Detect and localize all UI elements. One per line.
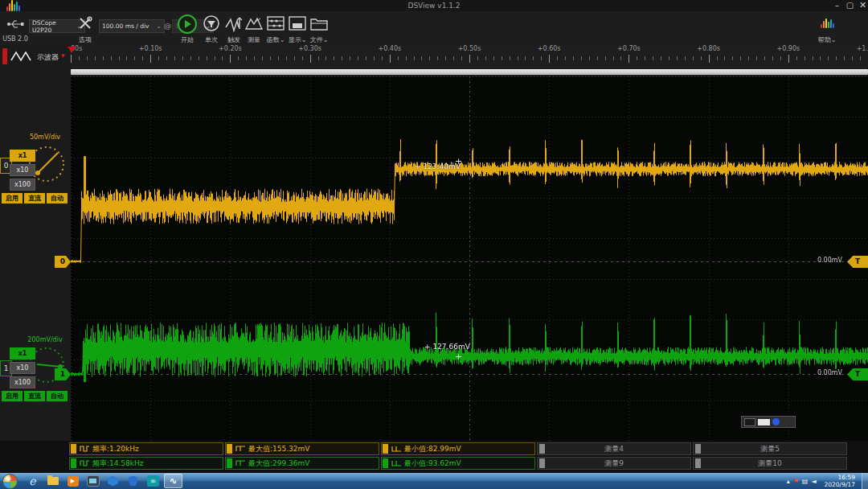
measure-slot-empty-10[interactable]: 测量10 — [693, 457, 847, 470]
max-wave-icon — [235, 459, 246, 467]
display-label: 显示⌄ — [285, 35, 309, 44]
show-desktop-button[interactable] — [862, 473, 868, 489]
title-bar: DSView v1.1.2 – ▢ ✕ — [0, 0, 868, 11]
abacus-icon — [266, 26, 285, 34]
measure-slot-max-ch0[interactable]: 最大值:155.32mV — [225, 442, 379, 455]
taskbar-computer-icon[interactable] — [84, 474, 102, 488]
ch1-coupling-button[interactable]: 直流 — [24, 391, 45, 401]
measurement-bar: 频率:1.20kHz 最大值:155.32mV 最小值:82.99mV 测量4 … — [0, 441, 868, 473]
measure-slot-min-ch0[interactable]: 最小值:82.99mV — [381, 442, 535, 455]
ch1-cursor-cross: + — [455, 351, 462, 362]
slot-chip — [539, 458, 545, 468]
restore-button[interactable]: ▢ — [844, 0, 856, 10]
ch0-value-marker: + 123.40mV — [415, 162, 461, 171]
ch0-scale-label: 50mV/div — [21, 134, 69, 141]
window-icon — [288, 26, 307, 34]
measure-slot-empty-4[interactable]: 测量4 — [537, 442, 691, 455]
waveform-canvas[interactable] — [71, 76, 868, 441]
ruler-tick-label: +0.40s — [378, 45, 401, 52]
channel-color-chip — [227, 458, 232, 468]
channel-color-chip — [383, 444, 388, 454]
ruler-tick-label: +0.80s — [697, 45, 720, 52]
ch0-mult-x1[interactable]: x1 — [10, 150, 35, 162]
sine-wave-icon — [10, 50, 34, 64]
tray-expand-icon[interactable]: ▴ — [787, 478, 790, 485]
measure-value: 频率:14.58kHz — [92, 458, 144, 469]
measure-slot-empty-5[interactable]: 测量5 — [693, 442, 847, 455]
mini-button-blue[interactable] — [772, 418, 780, 425]
ruler-tick-label: +0.60s — [538, 45, 561, 52]
ruler-tick-label: +1. — [857, 45, 868, 52]
taskbar-arduino-icon[interactable]: ∞ — [144, 474, 162, 488]
app-title: DSView v1.1.2 — [0, 2, 868, 10]
start-button[interactable] — [2, 474, 18, 489]
taskbar-hexagon-app-icon[interactable] — [104, 474, 122, 488]
taskbar-shield-app-icon[interactable] — [124, 474, 142, 488]
mini-button-light[interactable] — [758, 419, 770, 425]
ch0-mult-x100[interactable]: x100 — [10, 179, 35, 191]
min-wave-icon — [391, 445, 402, 453]
ch1-mult-x100[interactable]: x100 — [10, 376, 35, 388]
ch0-zero-value: 0.00mV — [794, 257, 842, 264]
taskbar-dsview-icon[interactable]: ∿ — [164, 474, 182, 488]
chevron-down-icon: ⌄ — [156, 23, 162, 30]
scope-logo-chip — [2, 48, 7, 64]
measure-slot-freq-ch0[interactable]: 频率:1.20kHz — [69, 442, 223, 455]
options-button[interactable]: 选项 — [75, 16, 96, 32]
ch1-autoscale-button[interactable]: 自动 — [47, 391, 68, 401]
mini-button-dark[interactable] — [744, 418, 755, 426]
taskbar-clock[interactable]: 16:59 2020/9/17 — [825, 474, 855, 488]
capture-scrollbar[interactable] — [71, 69, 868, 75]
single-capture-button[interactable]: 单次 — [199, 14, 223, 34]
measure-slot-freq-ch1[interactable]: 频率:14.58kHz — [69, 457, 223, 470]
channel-color-chip — [71, 444, 76, 454]
trigger-position-marker[interactable] — [68, 47, 76, 53]
ruler-tick-label: +0.50s — [458, 45, 481, 52]
device-select-value: DSCope U2P20 — [32, 19, 75, 34]
channel-color-chip — [71, 458, 76, 468]
ruler-major-ticks — [71, 55, 868, 63]
tray-volume-icon[interactable]: ◄ — [811, 478, 816, 485]
help-label: 帮助⌄ — [815, 35, 839, 44]
folder-icon — [309, 26, 329, 34]
help-logo-icon — [821, 22, 834, 30]
measure-slot-min-ch1[interactable]: 最小值:93.62mV — [381, 457, 535, 470]
timebase-value: 100.00 ms / div — [102, 23, 149, 30]
measure-slot-empty-9[interactable]: 测量9 — [537, 457, 691, 470]
help-menu-button[interactable]: 帮助⌄ — [815, 16, 839, 30]
single-label: 单次 — [199, 35, 223, 44]
dsview-window: DSView v1.1.2 – ▢ ✕ USB 2.0 DSCope U2P20… — [0, 0, 868, 489]
ch1-mult-x1[interactable]: x1 — [10, 347, 35, 360]
scope-mode-select[interactable]: 示波器 ▾ — [0, 47, 71, 68]
taskbar-mediaplayer-icon[interactable]: ▶ — [63, 474, 82, 488]
options-label: 选项 — [75, 35, 96, 44]
ch1-enable-button[interactable]: 启用 — [2, 391, 23, 401]
play-icon — [178, 14, 197, 34]
taskbar-explorer-icon[interactable] — [43, 474, 62, 488]
close-button[interactable]: ✕ — [857, 0, 868, 10]
ch0-enable-button[interactable]: 启用 — [2, 193, 23, 203]
function-menu-button[interactable]: 函数⌄ — [264, 14, 288, 34]
ch0-mult-x10[interactable]: x10 — [10, 164, 35, 176]
ch0-coupling-button[interactable]: 直流 — [24, 193, 45, 203]
mini-controls — [741, 416, 796, 428]
function-label: 函数⌄ — [264, 35, 288, 44]
ch0-autoscale-button[interactable]: 自动 — [47, 193, 68, 203]
clock-time: 16:59 — [825, 474, 855, 481]
taskbar-ie-icon[interactable]: e — [23, 474, 42, 488]
minimize-button[interactable]: – — [831, 0, 843, 10]
measure-button[interactable]: 测量 — [242, 14, 266, 34]
display-menu-button[interactable]: 显示⌄ — [285, 14, 309, 34]
slot-chip — [539, 444, 545, 454]
tray-flag-icon[interactable]: ⚑ — [793, 478, 799, 485]
file-menu-button[interactable]: 文件⌄ — [307, 14, 331, 34]
tray-app-icon[interactable]: ▤ — [802, 478, 809, 485]
timebase-select[interactable]: 100.00 ms / div ⌄ — [99, 19, 165, 33]
squarewave-icon — [80, 459, 90, 467]
start-button[interactable]: 开始 — [175, 14, 199, 34]
ch1-mult-x10[interactable]: x10 — [10, 362, 35, 374]
measure-slot-max-ch1[interactable]: 最大值:299.36mV — [225, 457, 379, 470]
slot-chip — [695, 458, 701, 468]
ruler-tick-label: +0.30s — [298, 45, 321, 52]
ruler-tick-label: +0.90s — [776, 45, 800, 52]
